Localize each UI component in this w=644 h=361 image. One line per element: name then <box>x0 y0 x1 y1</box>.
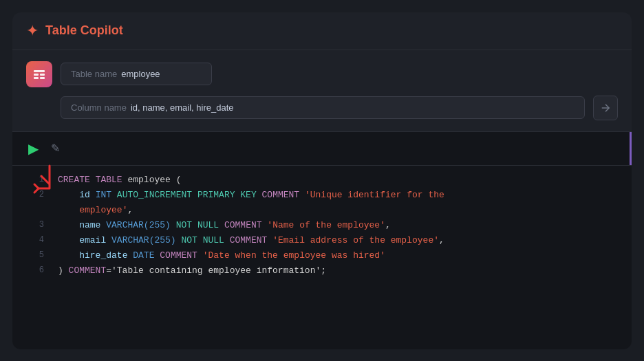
code-content: email VARCHAR(255) NOT NULL COMMENT 'Ema… <box>58 233 444 248</box>
sparkle-icon: ✦ <box>26 22 39 40</box>
code-content: name VARCHAR(255) NOT NULL COMMENT 'Name… <box>58 218 391 233</box>
code-line-5: 5 hire_date DATE COMMENT 'Date when the … <box>12 248 632 263</box>
column-name-value: id, name, email, hire_date <box>131 102 234 113</box>
column-name-label: Column name <box>71 102 127 113</box>
code-content: ) COMMENT='Table containing employee inf… <box>58 263 326 278</box>
run-button[interactable]: ▶ <box>23 139 43 158</box>
accent-line <box>630 132 632 165</box>
header: ✦ Table Copilot <box>12 12 632 50</box>
column-name-row: Column name id, name, email, hire_date <box>26 96 618 120</box>
edit-icon[interactable]: ✎ <box>51 142 60 155</box>
table-name-row: Table name employee <box>26 61 618 87</box>
code-block: 1 CREATE TABLE employee ( 2 id INT AUTO_… <box>12 166 632 349</box>
send-button[interactable] <box>593 96 618 120</box>
table-icon <box>26 61 52 87</box>
code-line-6: 6 ) COMMENT='Table containing employee i… <box>12 263 632 278</box>
code-line-2-cont: employee', <box>12 203 632 218</box>
app-title: Table Copilot <box>45 23 123 38</box>
table-name-value: employee <box>121 69 160 79</box>
table-name-field[interactable]: Table name employee <box>61 63 212 85</box>
column-name-field[interactable]: Column name id, name, email, hire_date <box>61 96 585 119</box>
code-line-3: 3 name VARCHAR(255) NOT NULL COMMENT 'Na… <box>12 218 632 233</box>
app-container: ✦ Table Copilot Table name employee <box>12 12 632 349</box>
code-content: employee', <box>58 203 133 218</box>
red-arrow <box>29 162 56 199</box>
code-toolbar: ▶ ✎ <box>12 132 632 166</box>
line-number: 4 <box>23 233 44 248</box>
play-icon: ▶ <box>28 140 39 157</box>
code-line-4: 4 email VARCHAR(255) NOT NULL COMMENT 'E… <box>12 233 632 248</box>
line-number: 3 <box>23 218 44 233</box>
line-number <box>23 203 44 218</box>
svg-rect-1 <box>34 74 39 76</box>
code-area: ▶ ✎ 1 CREATE TABLE employee ( 2 id INT A… <box>12 132 632 349</box>
table-name-label: Table name <box>71 69 117 79</box>
line-number: 6 <box>23 263 44 278</box>
code-content: hire_date DATE COMMENT 'Date when the em… <box>58 248 385 263</box>
code-line-2: 2 id INT AUTO_INCREMENT PRIMARY KEY COMM… <box>12 188 632 203</box>
code-line-1: 1 CREATE TABLE employee ( <box>12 173 632 188</box>
line-number: 5 <box>23 248 44 263</box>
input-area: Table name employee Column name id, name… <box>12 50 632 132</box>
code-content: CREATE TABLE employee ( <box>58 173 181 188</box>
svg-rect-3 <box>34 77 39 79</box>
svg-rect-4 <box>40 77 45 79</box>
svg-rect-2 <box>40 74 45 76</box>
code-content: id INT AUTO_INCREMENT PRIMARY KEY COMMEN… <box>58 188 444 203</box>
svg-rect-0 <box>34 70 45 72</box>
